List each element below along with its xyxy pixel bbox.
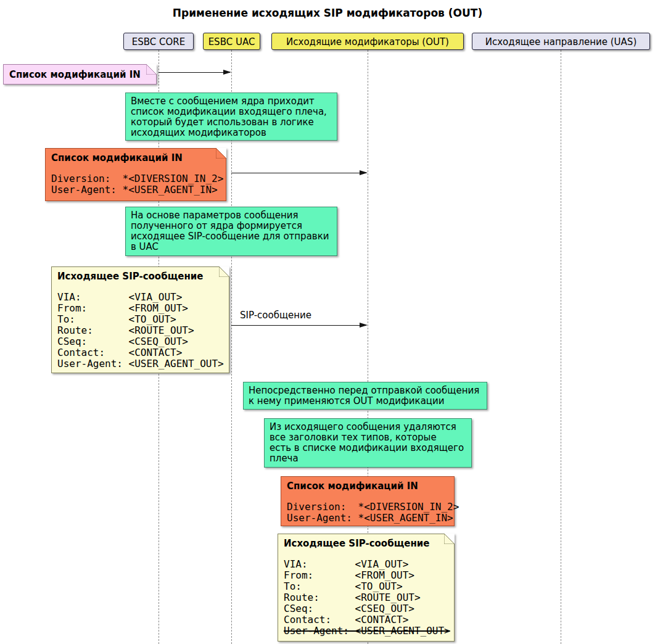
message-label-sip: SIP-сообщение bbox=[240, 310, 311, 321]
arrow-shaft bbox=[159, 72, 230, 73]
note-title: Исходящее SIP-сообщение bbox=[52, 267, 229, 282]
arrow-head-icon bbox=[223, 70, 231, 75]
note-mono-body: VIA: <VIA_OUT> From: <FROM_OUT> To: <TO_… bbox=[52, 292, 229, 373]
note-mono-body: VIA: <VIA_OUT> From: <FROM_OUT> To: <TO_… bbox=[278, 559, 454, 640]
lifeline-uas-direction bbox=[561, 50, 561, 644]
participant-uas-direction: Исходящее направление (UAS) bbox=[472, 33, 650, 50]
note-modification-list-in-orange-2: Список модификаций IN Diversion: *<DIVER… bbox=[281, 476, 455, 526]
note-fold-corner-icon bbox=[216, 148, 226, 159]
note-before-send-comment: Непосредственно перед отправкой сообщени… bbox=[243, 382, 487, 410]
participant-out-modifiers: Исходящие модификаторы (OUT) bbox=[271, 33, 464, 50]
note-core-message-comment: Вместе с сообщением ядра приходит список… bbox=[125, 93, 337, 141]
note-sip-forming-comment: На основе параметров сообщения полученно… bbox=[125, 207, 337, 256]
note-title: Список модификаций IN bbox=[281, 477, 454, 492]
note-outgoing-sip-message-1: Исходящее SIP-сообщение VIA: <VIA_OUT> F… bbox=[51, 266, 229, 373]
sequence-diagram: Применение исходящих SIP модификаторов (… bbox=[0, 0, 655, 644]
note-modification-list-in-orange-1: Список модификаций IN Diversion: *<DIVER… bbox=[45, 148, 226, 201]
note-fold-corner-icon bbox=[219, 266, 229, 277]
struck-user-agent-line: User-Agent: <USER_AGENT_OUT> bbox=[284, 625, 448, 637]
note-fold-corner-icon bbox=[146, 64, 157, 75]
participant-esbc-uac: ESBC UAC bbox=[203, 33, 260, 50]
note-text: Непосредственно перед отправкой сообщени… bbox=[244, 382, 487, 410]
note-title: Список модификаций IN bbox=[46, 149, 226, 163]
arrow-shaft bbox=[231, 325, 366, 326]
participant-esbc-core: ESBC CORE bbox=[123, 33, 194, 50]
message-arrow-uac-to-out-modlist bbox=[231, 170, 368, 176]
arrow-shaft bbox=[231, 173, 366, 173]
arrow-head-icon bbox=[360, 323, 368, 328]
message-arrow-uac-to-out-sip bbox=[231, 323, 368, 329]
note-mono-body: Diversion: *<DIVERSION_IN_2> User-Agent:… bbox=[46, 173, 226, 199]
note-text: Вместе с сообщением ядра приходит список… bbox=[126, 93, 337, 141]
note-modification-list-in-pink: Список модификаций IN bbox=[3, 64, 157, 85]
diagram-title: Применение исходящих SIP модификаторов (… bbox=[0, 7, 655, 19]
note-outgoing-sip-message-2: Исходящее SIP-сообщение VIA: <VIA_OUT> F… bbox=[278, 534, 455, 642]
note-mono-body: Diversion: *<DIVERSION_IN_2> User-Agent:… bbox=[281, 502, 454, 527]
note-title: Список модификаций IN bbox=[4, 65, 156, 80]
note-title: Исходящее SIP-сообщение bbox=[278, 534, 454, 549]
note-text: На основе параметров сообщения полученно… bbox=[126, 207, 337, 255]
note-text: Из исходящего сообщения удаляются все за… bbox=[265, 419, 471, 467]
message-arrow-core-to-uac bbox=[159, 70, 231, 76]
arrow-head-icon bbox=[360, 170, 368, 175]
note-fold-corner-icon bbox=[444, 534, 455, 544]
note-headers-removed-comment: Из исходящего сообщения удаляются все за… bbox=[264, 418, 472, 468]
